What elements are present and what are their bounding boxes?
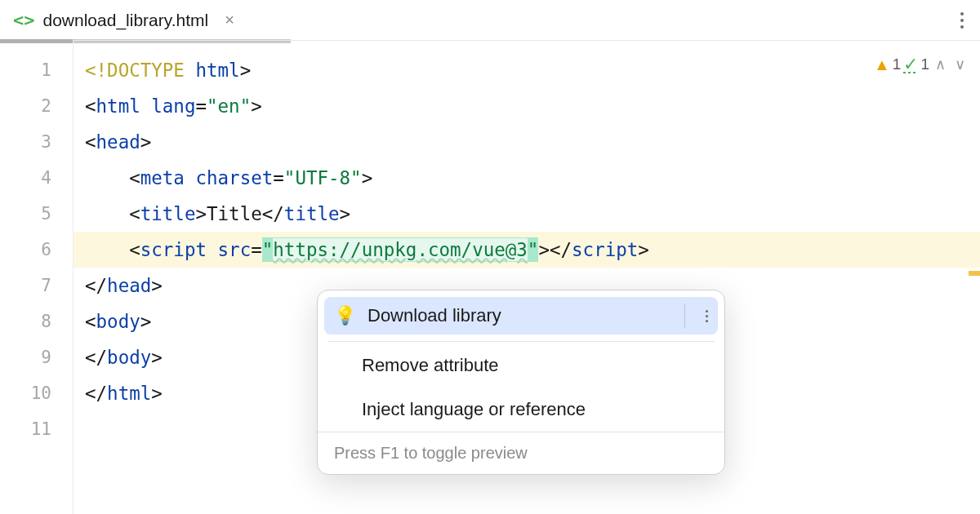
- code-line: <html lang="en">: [74, 88, 980, 124]
- line-gutter: 1 2 3 4 5 6 7 8 9 10 11: [0, 41, 74, 514]
- intention-label: Inject language or reference: [362, 399, 586, 420]
- intention-more-icon[interactable]: [706, 310, 708, 322]
- line-number: 11: [0, 411, 73, 447]
- line-number: 1: [0, 52, 73, 88]
- weak-warning-icon: ✓: [903, 54, 918, 75]
- code-line: <head>: [74, 124, 980, 160]
- code-line: <meta charset="UTF-8">: [74, 160, 980, 196]
- tab-filename: download_library.html: [43, 11, 209, 30]
- line-number: 10: [0, 375, 73, 411]
- line-number: 8: [0, 304, 73, 339]
- intention-label: Remove attribute: [362, 355, 499, 376]
- weak-warning-count: 1: [920, 55, 929, 73]
- cdn-url: https://unpkg.com/vue@3: [273, 238, 528, 261]
- line-number: 9: [0, 339, 73, 375]
- prev-highlight-icon[interactable]: ∧: [932, 55, 949, 73]
- warning-icon: ▲: [874, 55, 890, 74]
- line-number: 3: [0, 124, 73, 160]
- inspection-widget[interactable]: ▲ 1 ✓ 1 ∧ ∨: [874, 54, 969, 75]
- line-number: 5: [0, 196, 73, 232]
- separator: [327, 341, 715, 342]
- tab-bar: <> download_library.html ×: [0, 0, 980, 41]
- close-icon[interactable]: ×: [225, 11, 234, 29]
- popup-hint: Press F1 to toggle preview: [318, 432, 724, 474]
- code-line: <title>Title</title>: [74, 196, 980, 232]
- warning-count: 1: [893, 55, 902, 73]
- intention-remove-attribute[interactable]: Remove attribute: [318, 343, 724, 388]
- line-number: 7: [0, 268, 73, 304]
- code-line-active: <script src="https://unpkg.com/vue@3"></…: [74, 232, 980, 268]
- line-number: 2: [0, 88, 73, 124]
- next-highlight-icon[interactable]: ∨: [951, 55, 969, 73]
- warning-stripe[interactable]: [969, 271, 980, 276]
- intention-download-library[interactable]: 💡 Download library: [324, 297, 718, 335]
- editor-tab[interactable]: <> download_library.html ×: [10, 3, 238, 37]
- tab-options-icon[interactable]: [954, 6, 970, 35]
- bulb-icon: 💡: [334, 305, 356, 326]
- line-number: 6: [0, 232, 73, 268]
- line-number: 4: [0, 160, 73, 196]
- code-line: <!DOCTYPE html>: [74, 52, 980, 88]
- intention-inject-language[interactable]: Inject language or reference: [318, 388, 724, 432]
- html-file-icon: <>: [13, 10, 35, 30]
- intention-label: Download library: [368, 305, 501, 326]
- intention-popup: 💡 Download library Remove attribute Inje…: [317, 290, 725, 475]
